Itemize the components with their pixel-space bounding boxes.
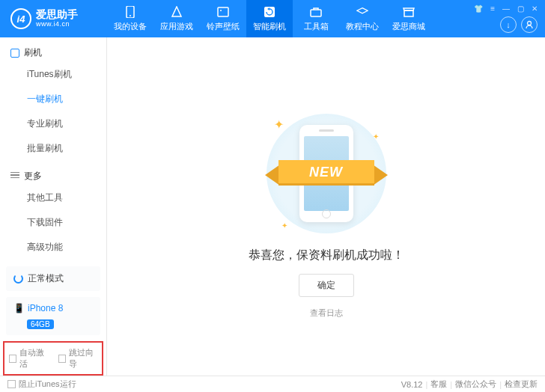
main-content: ✦ ✦ ✦ NEW 恭喜您，保资料刷机成功啦！ 确定 查看日志 [107, 37, 545, 376]
apps-icon [171, 6, 183, 18]
new-ribbon: NEW [259, 156, 394, 192]
sidebar-item-advanced[interactable]: 高级功能 [0, 235, 106, 260]
svg-rect-6 [404, 10, 413, 16]
nav: 我的设备 应用游戏 铃声壁纸 智能刷机 工具箱 教程中心 爱思商城 [107, 0, 432, 37]
sidebar-item-batch-flash[interactable]: 批量刷机 [0, 136, 106, 161]
maximize-icon[interactable]: ▢ [517, 4, 524, 13]
header: i4 爱思助手 www.i4.cn 我的设备 应用游戏 铃声壁纸 智能刷机 工具… [0, 0, 545, 37]
svg-point-7 [528, 22, 532, 25]
svg-point-3 [220, 10, 222, 11]
logo-icon: i4 [10, 8, 31, 29]
sidebar-item-download-firmware[interactable]: 下载固件 [0, 210, 106, 235]
block-itunes-checkbox[interactable]: 阻止iTunes运行 [7, 379, 76, 390]
logo-subtitle: www.i4.cn [36, 21, 78, 28]
store-icon [403, 6, 415, 18]
success-message: 恭喜您，保资料刷机成功啦！ [249, 248, 404, 263]
nav-tutorials[interactable]: 教程中心 [339, 0, 386, 37]
success-illustration: ✦ ✦ ✦ NEW [244, 110, 409, 237]
sidebar-group-flash: 刷机 [0, 37, 106, 62]
auto-activate-checkbox[interactable]: 自动激活 [9, 347, 48, 370]
logo: i4 爱思助手 www.i4.cn [0, 8, 107, 29]
sidebar-item-pro-flash[interactable]: 专业刷机 [0, 111, 106, 136]
phone-icon [124, 6, 136, 18]
device-phone-icon: 📱 [13, 303, 25, 313]
skip-guide-checkbox[interactable]: 跳过向导 [58, 347, 97, 370]
nav-store[interactable]: 爱思商城 [386, 0, 432, 37]
flash-group-icon [10, 49, 19, 58]
device-name: iPhone 8 [28, 303, 63, 313]
image-icon [217, 6, 229, 18]
mode-label: 正常模式 [28, 272, 64, 285]
version-label: V8.12 [401, 380, 423, 389]
mode-box[interactable]: 正常模式 [6, 266, 100, 291]
menu-icon[interactable]: ≡ [490, 4, 495, 13]
close-icon[interactable]: ✕ [532, 4, 538, 13]
skin-icon[interactable]: 👕 [474, 4, 483, 13]
nav-ringtones[interactable]: 铃声壁纸 [200, 0, 246, 37]
wechat-link[interactable]: 微信公众号 [455, 379, 496, 390]
download-icon[interactable]: ↓ [500, 16, 517, 33]
ok-button[interactable]: 确定 [299, 274, 354, 297]
spinner-icon [13, 274, 23, 284]
nav-toolbox[interactable]: 工具箱 [293, 0, 339, 37]
more-group-icon [10, 172, 19, 181]
svg-rect-5 [311, 10, 321, 16]
sidebar-group-more: 更多 [0, 161, 106, 186]
toolbox-icon [310, 6, 322, 18]
svg-point-1 [130, 15, 131, 16]
window-controls: 👕 ≡ — ▢ ✕ [474, 0, 545, 13]
check-update-link[interactable]: 检查更新 [505, 379, 538, 390]
sidebar-item-onekey-flash[interactable]: 一键刷机 [0, 87, 106, 111]
sidebar-item-itunes-flash[interactable]: iTunes刷机 [0, 62, 106, 87]
sidebar-item-other-tools[interactable]: 其他工具 [0, 186, 106, 210]
support-link[interactable]: 客服 [430, 379, 447, 390]
refresh-icon [264, 6, 275, 18]
nav-my-device[interactable]: 我的设备 [107, 0, 153, 37]
svg-rect-2 [218, 7, 228, 16]
view-log-link[interactable]: 查看日志 [310, 307, 343, 319]
user-icon[interactable] [521, 16, 538, 33]
nav-flash[interactable]: 智能刷机 [246, 0, 293, 37]
minimize-icon[interactable]: — [502, 4, 510, 13]
graduation-icon [356, 6, 368, 18]
logo-title: 爱思助手 [36, 9, 78, 20]
device-box[interactable]: 📱 iPhone 8 64GB [6, 297, 100, 335]
bottom-checkbox-row: 自动激活 跳过向导 [3, 341, 103, 376]
sidebar: 刷机 iTunes刷机 一键刷机 专业刷机 批量刷机 更多 其他工具 下载固件 … [0, 37, 107, 376]
storage-badge: 64GB [27, 319, 54, 329]
nav-apps[interactable]: 应用游戏 [153, 0, 200, 37]
statusbar: 阻止iTunes运行 V8.12 | 客服 | 微信公众号 | 检查更新 [0, 376, 545, 392]
